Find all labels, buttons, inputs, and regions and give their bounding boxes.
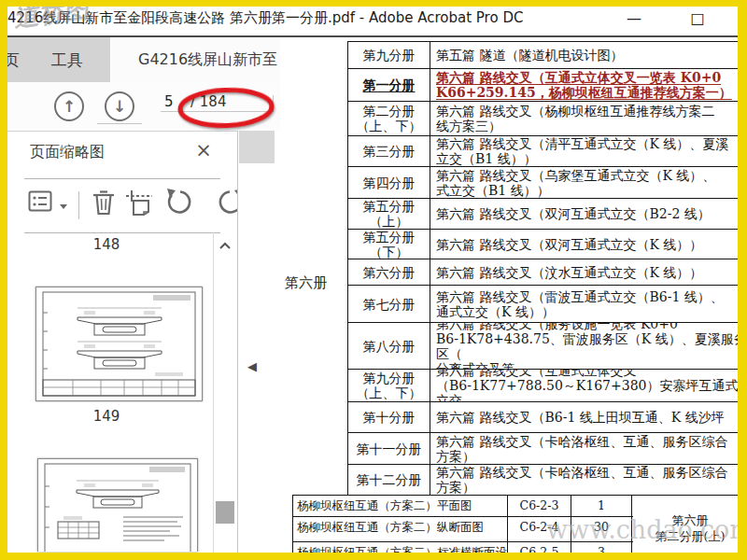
rotate-left-button[interactable] [164,188,192,216]
thumbnails-scrollbar[interactable] [213,232,214,560]
splitter-grip[interactable] [239,131,275,163]
volume-cell: 第八分册 [348,323,430,369]
collapse-panel-button[interactable]: ◀ [246,357,259,374]
volume-cell: 第三分册 [348,136,430,166]
dropdown-caret-icon [60,204,67,209]
table-row: 第一分册 第六篇 路线交叉（互通式立体交叉一览表 K0+0 K66+259.14… [348,69,747,102]
volume-cell: 第十分册 [348,402,430,432]
sheet-count-cell: 1 [571,496,632,516]
minimize-button[interactable]: — [622,6,646,30]
content-cell: 第六篇 路线交叉（服务设施一览表 K0+0 B6-1K78+438.75、雷波服… [430,323,747,369]
content-cell: 第六篇 路线交叉（互通式立体交叉 （B6-1K77+788.50～K167+38… [430,370,747,401]
rotate-right-icon [218,188,238,216]
scrollbar-thumb[interactable] [216,501,234,524]
content-cell: 第五篇 隧道（隧道机电设计图） [430,42,747,68]
close-icon: × [195,139,212,161]
drawing-name-cell: 杨柳坝枢纽互通（方案二）纵断面图 [293,517,508,541]
table-row: 第十分册 第六篇 路线交叉（B6-1 线上田坝互通、K 线沙坪 [348,402,747,433]
volume-cell: 第一分册 [348,69,430,101]
divider [24,232,220,233]
volume-cell: 第七分册 [348,286,430,322]
screenshot-frame-right [738,0,747,560]
content-cell: 第六篇 路线交叉（汶水互通式立交（K 线）） [430,259,747,285]
table-row: 第五分册 （上） 第六篇 路线交叉（双河互通式立交（B2-2 线） [348,199,747,230]
crop-pages-icon [125,189,153,216]
trash-icon [92,189,116,216]
table-row: 第三分册 第六篇 路线交叉（清平互通式立交（K 线）、夏溪 立交（B1 线）） [348,136,747,167]
red-oval-annotation [176,84,276,132]
drawing-no-cell: C6-2-3 [508,496,571,516]
scroll-up-button[interactable] [216,238,234,253]
divider [97,123,142,124]
volume-cell: 第五分册 （下） [348,230,430,259]
volume-cell: 第四分册 [348,167,430,198]
engineering-drawing-preview [35,287,203,401]
chevron-up-icon [218,242,232,250]
tab-tools[interactable]: 工具 [32,37,103,82]
content-cell: 第六篇 路线交叉（B6-1 线上田坝互通、K 线沙坪 [430,402,747,432]
book-volume-label: 第六册 [285,274,327,292]
table-row: 第九分册 （上、下） 第六篇 路线交叉（互通式立体交叉 （B6-1K77+788… [348,370,747,402]
screenshot-frame-bottom [0,553,747,560]
content-cell: 第六篇 路线交叉（乌家堡互通式立交（K 线）、 式立交（B1 线）） [430,167,747,198]
content-cell: 第六篇 路线交叉（清平互通式立交（K 线）、夏溪 立交（B1 线）） [430,136,747,166]
site-watermark: www.chdao.com [546,515,747,544]
volumes-table: 第九分册 第五篇 隧道（隧道机电设计图） 第一分册 第六篇 路线交叉（互通式立体… [347,41,747,496]
close-panel-button[interactable]: × [192,139,215,161]
volume-cell: 第六分册 [348,259,430,285]
down-arrow-icon: ↓ [113,97,126,116]
table-row: 第七分册 第六篇 路线交叉（雷波互通式立交（B6-1 线）、 通式立交（K 线）… [348,286,747,323]
engineering-drawing-preview [37,458,198,552]
table-row: 第九分册 第五篇 隧道（隧道机电设计图） [348,42,747,69]
table-row: 第十二分册 第六篇 路线交叉（卡哈洛枢纽、互通、服务区综合 方案） [348,465,747,496]
maximize-button[interactable]: □ [685,6,710,30]
screenshot-frame-left [0,0,7,560]
next-page-button[interactable]: ↓ [105,91,134,121]
collapse-left-icon: ◀ [247,359,257,373]
page-navigation-toolbar: ↑ ↓ 5 / 184 [0,82,280,131]
screenshot-frame-top [0,0,747,7]
content-cell: 第六篇 路线交叉（双河互通式立交（B2-2 线） [430,199,747,229]
table-row: 第四分册 第六篇 路线交叉（乌家堡互通式立交（K 线）、 式立交（B1 线）） [348,167,747,199]
table-row: 第五分册 （下） 第六篇 路线交叉（双河互通式立交（K 线）） [348,230,747,259]
previous-page-button[interactable]: ↑ [54,91,84,121]
content-cell: 第六篇 路线交叉（互通式立体交叉一览表 K0+0 K66+259.145，杨柳坝… [430,69,747,101]
volume-cell: 第五分册 （上） [348,199,430,229]
content-cell: 第六篇 路线交叉（双河互通式立交（K 线）） [430,230,747,259]
panel-title: 页面缩略图 [30,143,105,162]
page-number-input[interactable]: 5 [164,93,174,110]
page-thumbnail-148[interactable] [35,287,203,401]
rotate-left-icon [164,188,192,216]
page-thumbnails-panel: 页面缩略图 × [0,131,238,560]
content-cell: 第六篇 路线交叉（卡哈洛枢纽、互通、服务区综合 方案） [430,465,747,495]
rotate-right-button[interactable] [218,188,238,216]
divider [78,191,79,219]
page-thumbnail-149[interactable] [37,458,198,552]
table-row: 第六分册 第六篇 路线交叉（汶水互通式立交（K 线）） [348,259,747,286]
volume-cell: 第十一分册 [348,433,430,464]
divider [24,178,220,179]
thumbnail-page-number: 148 [0,236,213,253]
table-row: 杨柳坝枢纽互通（方案二）平面图 C6-2-3 1 [293,496,633,517]
tab-document[interactable]: G4216线屏山新市至 [110,37,280,82]
content-cell: 第六篇 路线交叉（杨柳坝枢纽互通推荐线方案二 线方案三） [430,102,747,135]
volume-cell: 第二分册 （上、下） [348,102,430,135]
table-row: 第二分册 （上、下） 第六篇 路线交叉（杨柳坝枢纽互通推荐线方案二 线方案三） [348,102,747,136]
up-arrow-icon: ↑ [63,97,76,116]
acrobat-window: 4216线屏山新市至金阳段高速公路 第六册第一分册.pdf - Adobe Ac… [0,0,747,560]
volume-cell: 第九分册 [348,42,430,68]
content-cell: 第六篇 路线交叉（雷波互通式立交（B6-1 线）、 通式立交（K 线）） [430,286,747,322]
page-options-icon [28,189,54,214]
content-cell: 第六篇 路线交叉（卡哈洛枢纽、互通、服务区综合 方案） [430,433,747,464]
volume-cell: 第十二分册 [348,465,430,495]
delete-pages-button[interactable] [92,189,116,216]
table-row: 第八分册 第六篇 路线交叉（服务设施一览表 K0+0 B6-1K78+438.7… [348,323,747,370]
thumbnail-page-number: 149 [0,408,213,425]
volume-cell: 第九分册 （上、下） [348,370,430,401]
drawing-name-cell: 杨柳坝枢纽互通（方案二）平面图 [293,496,508,516]
crop-pages-button[interactable] [125,189,153,216]
tab-strip: 页 工具 G4216线屏山新市至 [0,37,280,82]
table-row: 第十一分册 第六篇 路线交叉（卡哈洛枢纽、互通、服务区综合 方案） [348,433,747,465]
panel-gutter: ◀ [238,131,275,560]
page-options-button[interactable] [28,189,54,214]
